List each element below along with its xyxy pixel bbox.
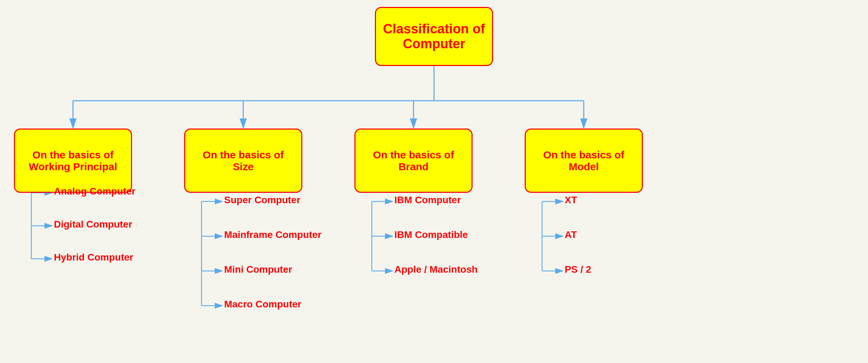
- leaf-ibm-compatible: IBM Compatible: [394, 229, 468, 240]
- leaf-hybrid-computer: Hybrid Computer: [54, 252, 133, 263]
- leaf-super-computer: Super Computer: [224, 195, 300, 206]
- leaf-mainframe-computer: Mainframe Computer: [224, 229, 321, 240]
- branch-node-size: On the basics ofSize: [184, 129, 302, 193]
- branch-sz-label: On the basics ofSize: [203, 149, 284, 173]
- leaf-mini-computer: Mini Computer: [224, 264, 292, 275]
- branch-node-model: On the basics ofModel: [525, 129, 643, 193]
- leaf-digital-computer: Digital Computer: [54, 219, 132, 230]
- leaf-analog-computer: Analog Computer: [54, 186, 136, 197]
- leaf-xt: XT: [565, 195, 577, 206]
- leaf-macro-computer: Macro Computer: [224, 299, 301, 310]
- leaf-apple-macintosh: Apple / Macintosh: [394, 264, 478, 275]
- root-label: Classification of Computer: [383, 22, 485, 51]
- branch-mo-label: On the basics ofModel: [543, 149, 624, 173]
- branch-node-brand: On the basics ofBrand: [354, 129, 473, 193]
- leaf-at: AT: [565, 229, 577, 240]
- branch-wp-label: On the basics ofWorking Principal: [29, 149, 117, 173]
- leaf-ps2: PS / 2: [565, 264, 591, 275]
- branch-node-working-principal: On the basics ofWorking Principal: [14, 129, 132, 193]
- root-node: Classification of Computer: [375, 7, 493, 66]
- branch-br-label: On the basics ofBrand: [373, 149, 454, 173]
- leaf-ibm-computer: IBM Computer: [394, 195, 461, 206]
